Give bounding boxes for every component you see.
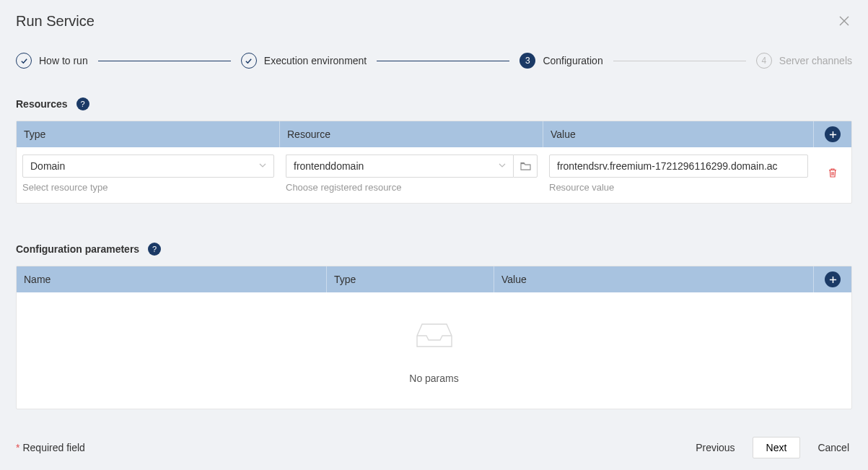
footer-buttons: Previous Next Cancel — [693, 437, 852, 458]
plus-icon — [829, 276, 837, 284]
modal-title: Run Service — [16, 13, 95, 30]
chevron-down-icon — [259, 162, 266, 170]
cancel-button[interactable]: Cancel — [815, 438, 852, 458]
col-param-type: Type — [327, 266, 494, 292]
params-table: Name Type Value No params — [16, 266, 852, 409]
resource-type-select[interactable]: Domain — [22, 155, 274, 178]
delete-resource-button[interactable] — [825, 162, 841, 186]
step-configuration[interactable]: 3 Configuration — [520, 53, 602, 69]
col-action — [814, 266, 851, 292]
step-number-icon: 3 — [520, 53, 535, 69]
folder-icon — [520, 162, 531, 171]
step-execution-environment[interactable]: Execution environment — [241, 53, 367, 69]
params-heading-row: Configuration parameters ? — [16, 243, 852, 256]
check-icon — [241, 53, 257, 69]
params-table-header: Name Type Value — [17, 266, 851, 292]
add-resource-button[interactable] — [825, 126, 841, 142]
run-service-modal: Run Service How to run Execution environ… — [0, 0, 868, 470]
step-how-to-run[interactable]: How to run — [16, 53, 88, 69]
params-empty-state: No params — [17, 292, 851, 409]
col-type: Type — [17, 121, 280, 147]
resources-table: Type Resource Value Domain Select resour… — [16, 121, 852, 204]
inbox-icon — [414, 321, 455, 352]
plus-icon — [829, 131, 837, 139]
step-server-channels: 4 Server channels — [756, 53, 852, 69]
modal-header: Run Service — [16, 13, 852, 31]
step-connector — [377, 61, 509, 61]
col-value: Value — [543, 121, 814, 147]
step-label: Configuration — [543, 55, 602, 66]
chevron-down-icon — [499, 162, 506, 170]
help-icon[interactable]: ? — [148, 243, 161, 256]
resource-type-value: Domain — [30, 160, 65, 172]
empty-text: No params — [409, 373, 458, 384]
step-number-icon: 4 — [756, 53, 772, 69]
modal-footer: *Required field Previous Next Cancel — [16, 430, 852, 458]
close-button[interactable] — [836, 13, 852, 31]
check-icon — [16, 53, 32, 69]
browse-resource-button[interactable] — [513, 155, 538, 178]
resources-heading: Resources — [16, 98, 68, 110]
step-connector — [613, 61, 746, 61]
step-label: Execution environment — [264, 55, 367, 66]
resource-value-input[interactable]: frontendsrv.freemium-1721296116299.domai… — [549, 155, 808, 178]
step-label: Server channels — [779, 55, 852, 66]
col-action — [814, 121, 851, 147]
close-icon — [839, 16, 849, 26]
params-heading: Configuration parameters — [16, 243, 139, 255]
resource-value-hint: Resource value — [549, 182, 808, 193]
col-param-value: Value — [494, 266, 814, 292]
next-button[interactable]: Next — [753, 437, 801, 458]
trash-icon — [828, 167, 838, 178]
step-connector — [98, 61, 231, 61]
step-label: How to run — [39, 55, 88, 66]
resource-type-hint: Select resource type — [22, 182, 274, 193]
resources-table-header: Type Resource Value — [17, 121, 851, 147]
previous-button[interactable]: Previous — [693, 438, 737, 458]
col-resource: Resource — [280, 121, 543, 147]
resource-select-value: frontenddomain — [294, 160, 364, 172]
col-name: Name — [17, 266, 327, 292]
wizard-stepper: How to run Execution environment 3 Confi… — [16, 53, 852, 69]
required-note: *Required field — [16, 442, 85, 453]
resource-hint: Choose registered resource — [286, 182, 538, 193]
resources-heading-row: Resources ? — [16, 97, 852, 110]
resource-row: Domain Select resource type frontenddoma… — [17, 147, 851, 203]
resource-select[interactable]: frontenddomain — [286, 155, 513, 178]
help-icon[interactable]: ? — [76, 97, 89, 110]
add-param-button[interactable] — [825, 271, 841, 287]
